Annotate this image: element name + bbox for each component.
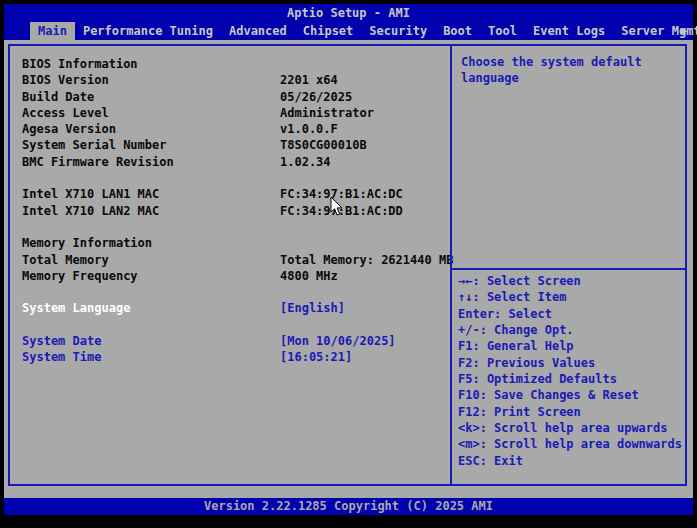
- item-help-text: Choose the system default language: [452, 46, 685, 270]
- hotkey-select-screen: →←: Select Screen: [458, 273, 683, 289]
- hotkey-scroll-up: <k>: Scroll help area upwards: [458, 420, 683, 436]
- settings-panel: BIOS Information BIOS Version 2201 x64 B…: [10, 46, 450, 484]
- row-access-level: Access Level Administrator: [10, 105, 450, 121]
- row-total-memory: Total Memory Total Memory: 2621440 MB: [10, 252, 450, 268]
- row-label: Agesa Version: [22, 121, 116, 137]
- title-bar: Aptio Setup - AMI: [4, 4, 693, 22]
- window-title: Aptio Setup - AMI: [287, 6, 410, 20]
- row-label: BIOS Version: [22, 72, 109, 88]
- version-text: Version 2.22.1285 Copyright (C) 2025 AMI: [204, 499, 493, 513]
- spacer-row: [10, 170, 450, 186]
- tab-tool[interactable]: Tool: [480, 22, 525, 40]
- help-panel: Choose the system default language →←: S…: [450, 46, 685, 484]
- row-label: Total Memory: [22, 252, 109, 268]
- row-label: System Date: [22, 333, 101, 349]
- row-label: Build Date: [22, 89, 94, 105]
- row-label: Access Level: [22, 105, 109, 121]
- row-memory-frequency: Memory Frequency 4800 MHz: [10, 268, 450, 284]
- row-system-time[interactable]: System Time [16:05:21]: [10, 349, 450, 365]
- row-bios-version: BIOS Version 2201 x64: [10, 72, 450, 88]
- tab-security[interactable]: Security: [361, 22, 435, 40]
- row-bmc-firmware-revision: BMC Firmware Revision 1.02.34: [10, 154, 450, 170]
- row-value: [English]: [280, 300, 345, 316]
- row-value: T8S0CG00010B: [280, 137, 367, 153]
- spacer-row: [10, 317, 450, 333]
- row-label: Memory Information: [22, 235, 152, 251]
- row-agesa-version: Agesa Version v1.0.0.F: [10, 121, 450, 137]
- row-system-language[interactable]: System Language [English]: [10, 300, 450, 316]
- hotkey-change-opt: +/-: Change Opt.: [458, 322, 683, 338]
- spacer-row: [10, 219, 450, 235]
- menu-bar: Main Performance Tuning Advanced Chipset…: [4, 22, 693, 40]
- row-value: [Mon 10/06/2025]: [280, 333, 396, 349]
- hotkey-legend: →←: Select Screen ↑↓: Select Item Enter:…: [452, 270, 685, 469]
- hotkey-esc-exit: ESC: Exit: [458, 453, 683, 469]
- hotkey-f12-print-screen: F12: Print Screen: [458, 404, 683, 420]
- row-system-date[interactable]: System Date [Mon 10/06/2025]: [10, 333, 450, 349]
- hotkey-select-item: ↑↓: Select Item: [458, 289, 683, 305]
- row-label: System Language: [22, 300, 130, 316]
- hotkey-f2-previous-values: F2: Previous Values: [458, 355, 683, 371]
- tab-performance-tuning[interactable]: Performance Tuning: [75, 22, 221, 40]
- row-build-date: Build Date 05/26/2025: [10, 89, 450, 105]
- tab-main[interactable]: Main: [30, 22, 75, 40]
- hotkey-f10-save-reset: F10: Save Changes & Reset: [458, 387, 683, 403]
- version-footer: Version 2.22.1285 Copyright (C) 2025 AMI: [4, 498, 693, 515]
- row-value: Total Memory: 2621440 MB: [280, 252, 453, 268]
- row-label: Memory Frequency: [22, 268, 138, 284]
- row-lan2-mac: Intel X710 LAN2 MAC FC:34:97:B1:AC:DD: [10, 203, 450, 219]
- tab-chipset[interactable]: Chipset: [295, 22, 362, 40]
- row-value: 4800 MHz: [280, 268, 338, 284]
- content-frame: BIOS Information BIOS Version 2201 x64 B…: [8, 44, 687, 486]
- row-bios-information: BIOS Information: [10, 56, 450, 72]
- settings-rows: BIOS Information BIOS Version 2201 x64 B…: [10, 56, 450, 366]
- tab-event-logs[interactable]: Event Logs: [525, 22, 613, 40]
- spacer-row: [10, 284, 450, 300]
- hotkey-f1-general-help: F1: General Help: [458, 338, 683, 354]
- row-label: BIOS Information: [22, 56, 138, 72]
- row-label: Intel X710 LAN2 MAC: [22, 203, 159, 219]
- row-memory-information: Memory Information: [10, 235, 450, 251]
- row-label: Intel X710 LAN1 MAC: [22, 186, 159, 202]
- row-value: 2201 x64: [280, 72, 338, 88]
- row-value: 05/26/2025: [280, 89, 352, 105]
- tab-boot[interactable]: Boot: [435, 22, 480, 40]
- bios-setup-screen: { "window": { "title": "Aptio Setup - AM…: [0, 0, 697, 528]
- hotkey-scroll-down: <m>: Scroll help area downwards: [458, 436, 683, 452]
- row-label: System Serial Number: [22, 137, 167, 153]
- row-value: Administrator: [280, 105, 374, 121]
- row-value: 1.02.34: [280, 154, 331, 170]
- hotkey-enter-select: Enter: Select: [458, 306, 683, 322]
- row-label: BMC Firmware Revision: [22, 154, 174, 170]
- row-system-serial-number: System Serial Number T8S0CG00010B: [10, 137, 450, 153]
- menu-scroll-right-icon[interactable]: ▶: [680, 22, 687, 40]
- row-label: System Time: [22, 349, 101, 365]
- work-area: BIOS Information BIOS Version 2201 x64 B…: [4, 40, 693, 498]
- hotkey-f5-optimized-defaults: F5: Optimized Defaults: [458, 371, 683, 387]
- row-value: v1.0.0.F: [280, 121, 338, 137]
- row-value: [16:05:21]: [280, 349, 352, 365]
- tab-advanced[interactable]: Advanced: [221, 22, 295, 40]
- row-lan1-mac: Intel X710 LAN1 MAC FC:34:97:B1:AC:DC: [10, 186, 450, 202]
- mouse-cursor-icon: [330, 196, 344, 220]
